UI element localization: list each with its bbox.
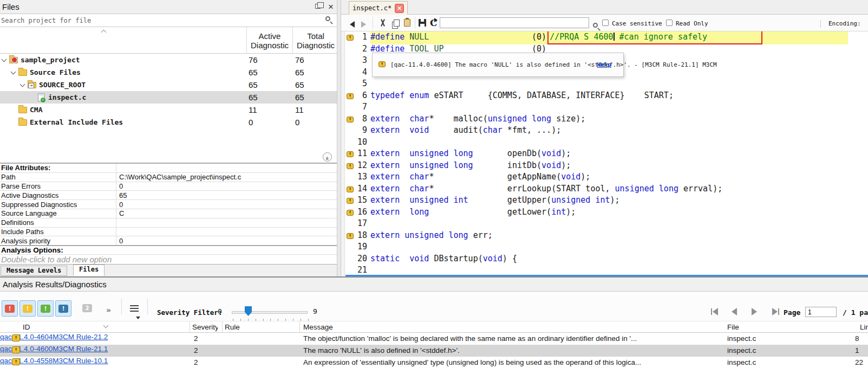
- code-line[interactable]: !11extern unsigned long openDb(void);: [345, 148, 868, 160]
- code-area[interactable]: !1#define NULL (0)//PRQA S 4600 #can ign…: [341, 31, 868, 276]
- code-line[interactable]: !15extern unsigned int getUpper(unsigned…: [345, 195, 868, 207]
- annotation-ruler[interactable]: [341, 31, 345, 276]
- attribute-row[interactable]: Active Diagnostics65: [0, 191, 337, 200]
- diagnostic-marker-icon[interactable]: !: [347, 35, 354, 41]
- rule-link[interactable]: M3CM Rule-21.2: [53, 333, 108, 341]
- expander-icon[interactable]: [11, 69, 16, 75]
- tree-item[interactable]: sample_project7676: [0, 54, 337, 66]
- copy-icon[interactable]: [392, 21, 398, 31]
- analysis-options-placeholder[interactable]: Double-click to add new option: [0, 254, 337, 264]
- attribute-row[interactable]: Include Paths: [0, 228, 337, 237]
- file-search-input[interactable]: [1, 15, 315, 25]
- column-header-line[interactable]: Line: [860, 323, 868, 331]
- column-active-diagnostic[interactable]: Active Diagnostic: [247, 31, 292, 50]
- panel-splitter[interactable]: [337, 0, 341, 276]
- tree-item[interactable]: inspect.c6565: [0, 91, 337, 104]
- diagnostic-marker-icon[interactable]: !: [347, 233, 354, 239]
- filter-severity-green-toggle[interactable]: !: [37, 300, 54, 317]
- code-line[interactable]: 5: [345, 78, 868, 90]
- code-line[interactable]: 17: [345, 218, 868, 230]
- editor-tab-inspect-c[interactable]: inspect.c* ×: [349, 1, 408, 15]
- filter-severity-red-toggle[interactable]: !: [2, 300, 18, 317]
- level-2-balloon-icon[interactable]: 2: [82, 304, 92, 312]
- column-header-message[interactable]: Message: [303, 323, 333, 331]
- severity-slider-thumb[interactable]: [245, 306, 252, 316]
- code-line[interactable]: !16extern long getLower(int);: [345, 207, 868, 218]
- view-menu-icon[interactable]: [130, 305, 139, 313]
- diagnostic-marker-icon[interactable]: !: [347, 93, 354, 99]
- first-page-button[interactable]: [711, 308, 718, 315]
- editor-search-icon[interactable]: [593, 20, 598, 30]
- code-line[interactable]: 13extern char* getAppName(void);: [345, 171, 868, 183]
- filter-severity-blue-toggle[interactable]: !: [55, 300, 71, 317]
- float-panel-icon[interactable]: [315, 4, 321, 9]
- editor-search-input[interactable]: [440, 17, 589, 28]
- rule-link[interactable]: M3CM Rule-21.1: [53, 345, 108, 353]
- case-sensitive-checkbox[interactable]: [602, 20, 609, 26]
- close-tab-icon[interactable]: ×: [395, 4, 404, 13]
- code-line[interactable]: 19: [345, 241, 868, 253]
- attribute-row[interactable]: Suppressed Diagnostics0: [0, 200, 337, 209]
- collapse-section-button[interactable]: «: [323, 152, 332, 162]
- back-button[interactable]: [350, 20, 355, 30]
- code-line[interactable]: 9extern void audit(char *fmt, ...);: [345, 125, 868, 137]
- code-line[interactable]: !12extern unsigned long initDb(void);: [345, 160, 868, 172]
- code-line[interactable]: 7: [345, 101, 868, 113]
- tab-files[interactable]: Files: [73, 265, 105, 276]
- attribute-row[interactable]: Analysis priority0: [0, 236, 337, 246]
- diagnostic-id-link[interactable]: qac-11.4.0-4558: [0, 357, 53, 365]
- forward-button[interactable]: [361, 20, 366, 30]
- page-number-input[interactable]: [805, 307, 837, 317]
- previous-page-button[interactable]: [732, 308, 737, 315]
- attribute-row[interactable]: Definitions: [0, 218, 337, 228]
- tree-item[interactable]: External Include Files00: [0, 116, 337, 128]
- more-levels-icon[interactable]: »: [106, 306, 111, 314]
- refresh-icon[interactable]: C: [430, 18, 438, 28]
- result-row[interactable]: !qac-11.4.0-46042M3CM Rule-21.2The objec…: [0, 333, 868, 345]
- help-link[interactable]: Help: [597, 61, 612, 68]
- filter-severity-yellow-toggle[interactable]: !: [19, 300, 36, 317]
- tree-item[interactable]: Source Files6565: [0, 66, 337, 79]
- attribute-row[interactable]: PathC:\Work\QAC\sample_project\inspect.c: [0, 173, 337, 182]
- expander-icon[interactable]: [20, 82, 25, 87]
- result-row[interactable]: !qac-11.4.0-46002M3CM Rule-21.1The macro…: [0, 345, 868, 357]
- last-page-button[interactable]: [772, 308, 779, 315]
- tab-message-levels[interactable]: Message Levels: [1, 266, 67, 276]
- diagnostic-id-link[interactable]: qac-11.4.0-4604: [0, 333, 53, 341]
- close-panel-icon[interactable]: ×: [328, 1, 334, 14]
- cut-icon[interactable]: [379, 19, 387, 29]
- attribute-row[interactable]: Parse Errors0: [0, 182, 337, 191]
- expander-icon[interactable]: [2, 57, 7, 62]
- column-header-severity[interactable]: Severity: [192, 323, 218, 331]
- code-line[interactable]: !8extern char* malloc(unsigned long size…: [345, 113, 868, 125]
- tree-item[interactable]: SOURCE_ROOT6565: [0, 79, 337, 91]
- search-icon[interactable]: [325, 16, 330, 21]
- tree-item[interactable]: CMA1111: [0, 104, 337, 116]
- diagnostic-marker-icon[interactable]: !: [347, 151, 354, 157]
- next-page-button[interactable]: [752, 308, 757, 315]
- rule-link[interactable]: M3CM Rule-10.1: [53, 357, 108, 365]
- code-line[interactable]: 10: [345, 137, 868, 149]
- column-header-file[interactable]: File: [727, 323, 739, 331]
- result-row[interactable]: !qac-11.4.0-45582M3CM Rule-10.1An expres…: [0, 357, 868, 369]
- diagnostic-marker-icon[interactable]: !: [347, 163, 354, 169]
- diagnostic-id-link[interactable]: qac-11.4.0-4600: [0, 345, 53, 353]
- save-icon[interactable]: [419, 19, 426, 29]
- code-line[interactable]: !6typedef enum eSTART {COMMS, DATABASE, …: [345, 90, 868, 102]
- diagnostic-marker-icon[interactable]: !: [347, 117, 354, 122]
- column-header-id[interactable]: ID: [23, 323, 30, 331]
- paste-icon[interactable]: [404, 19, 410, 29]
- code-line[interactable]: !18extern unsigned long err;: [345, 230, 868, 242]
- diagnostic-marker-icon[interactable]: !: [347, 210, 354, 216]
- read-only-checkbox[interactable]: [666, 20, 673, 26]
- code-line[interactable]: !14extern char* errLookup(START tool, un…: [345, 183, 868, 195]
- severity-slider-track[interactable]: [232, 311, 308, 314]
- code-line[interactable]: !1#define NULL (0)//PRQA S 4600 #can ign…: [345, 31, 868, 43]
- diagnostic-marker-icon[interactable]: !: [347, 186, 354, 192]
- column-header-rule[interactable]: Rule: [225, 323, 240, 331]
- results-table-header[interactable]: IDSeverityRuleMessageFileLine: [0, 321, 868, 333]
- column-total-diagnostic[interactable]: Total Diagnostic: [293, 31, 338, 50]
- tree-column-header[interactable]: Active Diagnostic Total Diagnostic: [0, 27, 337, 54]
- diagnostic-marker-icon[interactable]: !: [347, 198, 354, 204]
- code-line[interactable]: 20static void DBstartup(void) {: [345, 253, 868, 265]
